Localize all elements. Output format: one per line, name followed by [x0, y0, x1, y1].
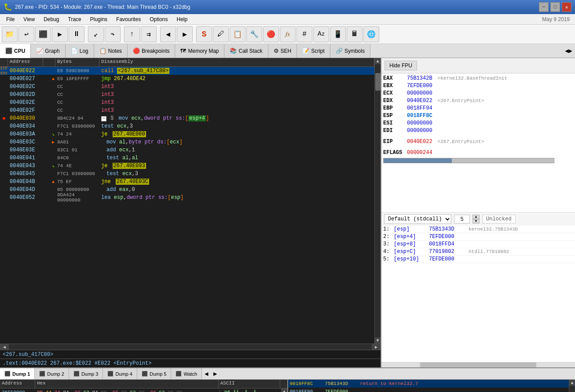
dump-tab-4[interactable]: ⬛ Dump 4 [103, 368, 137, 379]
disasm-row[interactable]: 0040E02E CC int3 [0, 99, 374, 106]
reg-val-ebx[interactable]: 7EFDE000 [407, 83, 432, 89]
callconv-select[interactable]: Default (stdcall) [384, 214, 451, 224]
toolbar-phone[interactable]: 📱 [330, 26, 346, 42]
maximize-button[interactable]: □ [550, 2, 560, 12]
disasm-row[interactable]: ● 0040E030 8B4C24 04 − $ mov ecx,dword p… [0, 114, 374, 122]
toolbar-pause[interactable]: ⏸ [69, 26, 84, 42]
right-hscroll-thumb[interactable] [420, 363, 536, 367]
toolbar-internet[interactable]: 🌐 [363, 26, 379, 42]
reg-val-eflags[interactable]: 00000244 [407, 150, 432, 156]
disasm-row[interactable]: 0040E02C CC int3 [0, 83, 374, 91]
stack-row-1[interactable]: 1: [esp] 75B1343D kernel32.75B1343D [381, 226, 575, 233]
menu-help[interactable]: Help [172, 14, 192, 24]
disasm-row[interactable]: 0040E04B ▲ 75 EF jne 267.40E03C [0, 178, 374, 186]
toolbar-stepover[interactable]: ↷ [105, 26, 121, 42]
hscroll-left[interactable]: ◀ [0, 344, 9, 350]
callconv-down[interactable]: ▼ [472, 219, 480, 223]
dump-tab-3[interactable]: ⬛ Dump 3 [69, 368, 103, 379]
stack-bottom-row[interactable]: 0018FF8C 75B1343D return to kernel32.7 [288, 380, 569, 388]
disasm-row[interactable]: EIPEDX 0040E022 E8 599C0000 call <267.su… [0, 67, 374, 75]
disasm-row[interactable]: 0040E034 F7C1 03000000 test ecx,3 [0, 122, 374, 130]
tab-notes[interactable]: 📋 Notes [94, 44, 128, 58]
toolbar-stepout[interactable]: ↑ [124, 26, 140, 42]
right-hscroll[interactable] [381, 362, 575, 367]
stack-row-3[interactable]: 3: [esp+8] 0018FFD4 [381, 241, 575, 248]
disasm-row[interactable]: 0040E02D CC int3 [0, 91, 374, 99]
window-controls[interactable]: ─ □ ✕ [539, 2, 571, 12]
disasm-row[interactable]: 0040E043 ↘ 74 4E je 267.40E093 [0, 162, 374, 170]
reg-val-esi[interactable]: 00000000 [407, 120, 432, 126]
dump-tab-watch[interactable]: ⬛ Watch [171, 368, 202, 379]
tab-callstack[interactable]: 📚 Call Stack [224, 44, 268, 58]
disasm-hscroll[interactable]: ◀ ▶ [0, 344, 381, 350]
disasm-row[interactable]: 0040E03C ▶ 8A01 mov al,byte ptr ds:[ecx] [0, 138, 374, 146]
tab-seh[interactable]: ⚙ SEH [268, 44, 297, 58]
stack-row-4[interactable]: 4: [esp+C] 77019802 ntdll.77019802 [381, 248, 575, 256]
minimize-button[interactable]: ─ [539, 2, 549, 12]
callconv-num[interactable] [454, 215, 470, 223]
dump-scroll-up[interactable]: ▲ [281, 388, 287, 392]
reg-val-eax[interactable]: 75B1342B [407, 75, 432, 81]
reg-val-esp[interactable]: 0018FF8C [407, 113, 432, 119]
hscroll-right[interactable]: ▶ [372, 344, 381, 350]
stack-bottom-row[interactable]: 0018FF90 7EFDE000 [288, 388, 569, 392]
menu-view[interactable]: View [19, 14, 39, 24]
tab-log[interactable]: 📄 Log [66, 44, 94, 58]
disasm-row[interactable]: 0040E03A ↘ 74 24 je 267.40E060 [0, 130, 374, 138]
disasm-row[interactable]: 0040E041 84C0 test al,al [0, 154, 374, 162]
toolbar-breakpoint[interactable]: 🔴 [263, 26, 279, 42]
reg-val-edx[interactable]: 0040E022 [407, 98, 432, 104]
tab-script[interactable]: 📝 Script [297, 44, 330, 58]
toolbar-back[interactable]: ◀ [160, 26, 176, 42]
stack-row-2[interactable]: 2: [esp+4] 7EFDE000 [381, 233, 575, 241]
disasm-row[interactable]: 0040E03E 83C1 01 add ecx,1 [0, 146, 374, 154]
reg-val-eip[interactable]: 0040E022 [407, 139, 432, 145]
toolbar-stepinto[interactable]: ↙ [88, 26, 104, 42]
hide-fpu-button[interactable]: Hide FPU [385, 61, 417, 70]
toolbar-undo[interactable]: ↩ [18, 26, 34, 42]
close-button[interactable]: ✕ [562, 2, 571, 12]
menu-plugins[interactable]: Plugins [86, 14, 112, 24]
disasm-row[interactable]: 0040E052 8DA424 00000000 lea esp,dword p… [0, 194, 374, 201]
toolbar-hash[interactable]: # [297, 26, 312, 42]
toolbar-calc2[interactable]: 🖩 [347, 26, 363, 42]
toolbar-patch[interactable]: 🔧 [246, 26, 262, 42]
tabs-nav-btn[interactable]: ◀▶ [562, 44, 575, 58]
dump-nav-next[interactable]: ▶ [211, 368, 220, 379]
scroll-thumb[interactable] [375, 73, 381, 91]
dump-tab-2[interactable]: ⬛ Dump 2 [35, 368, 69, 379]
tab-graph[interactable]: 📈 Graph [31, 44, 65, 58]
reg-val-ecx[interactable]: 00000000 [407, 90, 432, 96]
dump-nav-prev[interactable]: ◀ [202, 368, 211, 379]
menu-debug[interactable]: Debug [39, 14, 63, 24]
stack-scroll-up[interactable]: ▲ [569, 380, 575, 386]
menu-options[interactable]: Options [145, 14, 172, 24]
toolbar-trace[interactable]: ⇉ [141, 26, 157, 42]
menu-favourites[interactable]: Favourites [112, 14, 145, 24]
toolbar-highlight[interactable]: 🖊 [213, 26, 229, 42]
toolbar-forward[interactable]: ▶ [177, 26, 193, 42]
toolbar-label[interactable]: Az [313, 26, 329, 42]
tab-symbols[interactable]: 🔗 Symbols [330, 44, 370, 58]
disasm-row[interactable]: 0040E027 ▲ E9 16FEFFFF jmp 267.40DE42 [0, 75, 374, 83]
disasm-row[interactable]: 0040E02F CC int3 [0, 106, 374, 114]
toolbar-script[interactable]: S [196, 26, 212, 42]
tab-breakpoints[interactable]: 🔴 Breakpoints [128, 44, 175, 58]
dump-tab-1[interactable]: ⬛ Dump 1 [0, 368, 35, 379]
tab-cpu[interactable]: ⬛ CPU [0, 44, 31, 58]
toolbar-stop[interactable]: ⬛ [35, 26, 51, 42]
menu-trace[interactable]: Trace [64, 14, 86, 24]
scroll-down[interactable]: ▼ [375, 337, 381, 344]
stack-vscroll[interactable]: ▲ ▼ [569, 380, 575, 392]
toolbar-open[interactable]: 📁 [2, 26, 18, 42]
menu-file[interactable]: File [2, 14, 19, 24]
callconv-up[interactable]: ▲ [472, 215, 480, 219]
dump-vscroll[interactable]: ▲ ▼ [281, 388, 287, 392]
toolbar-memory[interactable]: 📋 [230, 26, 245, 42]
disasm-row[interactable]: 0040E045 F7C1 03000000 test ecx,3 [0, 170, 374, 178]
stack-row-5[interactable]: 5: [esp+10] 7EFDE000 [381, 256, 575, 263]
dump-row[interactable]: 76FF0000 8B 44 24 04 CC C2 04 00 CC 90 C… [0, 388, 281, 392]
toolbar-run[interactable]: ▶ [52, 26, 68, 42]
reg-val-edi[interactable]: 00000000 [407, 128, 432, 134]
reg-val-ebp[interactable]: 0018FF94 [407, 105, 432, 111]
